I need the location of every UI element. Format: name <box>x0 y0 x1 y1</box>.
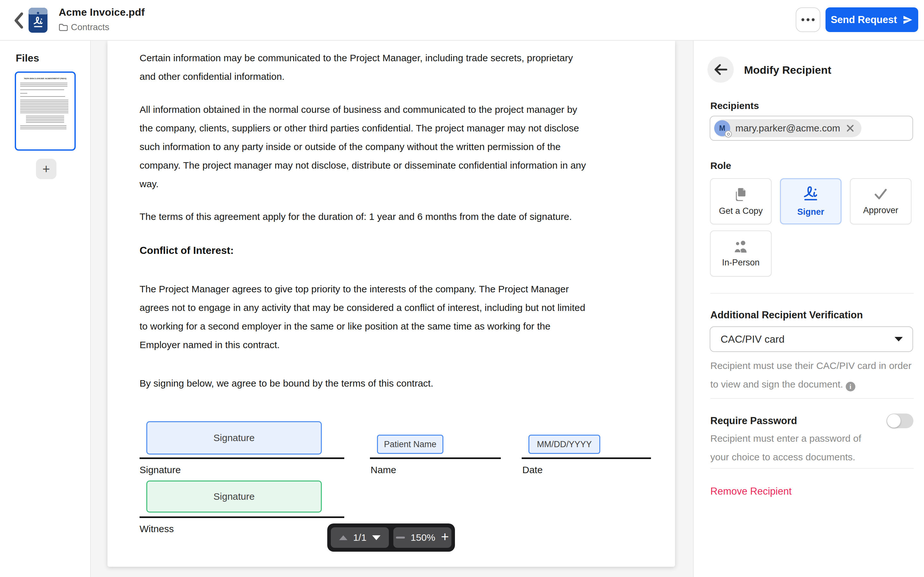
signature-field[interactable]: Signature <box>146 421 322 455</box>
text-line: way. <box>140 175 653 193</box>
thumbnail-text-lines <box>26 116 64 123</box>
date-field[interactable]: MM/DD/YYYY <box>528 435 600 454</box>
recipient-chip[interactable]: M mary.parker@acme.com <box>714 119 861 137</box>
paragraph: All information obtained in the normal c… <box>140 100 653 193</box>
send-request-label: Send Request <box>830 14 897 26</box>
zoom-out-button[interactable] <box>396 537 405 538</box>
dot-icon <box>801 18 804 21</box>
recipients-input[interactable]: M mary.parker@acme.com <box>710 116 913 141</box>
text-line: Recipient must enter a password of <box>710 429 861 448</box>
remove-recipient-link[interactable]: Remove Recipient <box>710 486 792 497</box>
zoom-in-button[interactable]: + <box>441 530 449 544</box>
paper-plane-icon <box>902 15 913 25</box>
zoom-controls: 150% + <box>393 527 451 548</box>
people-icon <box>732 240 749 253</box>
thumbnail-title: NON-DISCLOSURE AGREEMENT (NDA) <box>20 77 70 80</box>
dot-icon <box>806 18 809 21</box>
panel-title: Modify Recipient <box>744 64 831 76</box>
role-label-text: Get a Copy <box>719 206 763 216</box>
recipients-label: Recipients <box>710 100 759 111</box>
text-line: All information obtained in the normal c… <box>140 100 653 119</box>
document-viewer: Certain information may be communicated … <box>91 41 693 577</box>
copy-document-icon <box>733 187 748 201</box>
name-line <box>370 458 501 459</box>
remove-chip-button[interactable] <box>845 123 855 133</box>
witness-signature-field[interactable]: Signature <box>146 480 322 513</box>
document-title-block: Acme Invoice.pdf Contracts <box>59 6 145 32</box>
files-title: Files <box>16 52 39 64</box>
file-thumbnail[interactable]: NON-DISCLOSURE AGREEMENT (NDA) <box>15 71 76 151</box>
logo-dot <box>37 12 39 14</box>
text-line: the company, clients, suppliers or other… <box>140 119 653 137</box>
chevron-down-icon <box>895 337 903 342</box>
app-root: Acme Invoice.pdf Contracts Send Request … <box>0 0 924 577</box>
text-line: The Project Manager agrees to give top p… <box>140 280 653 298</box>
add-file-button[interactable]: + <box>36 159 57 179</box>
panel-back-button[interactable] <box>708 56 734 83</box>
logo-signature-glyph <box>33 15 44 29</box>
witness-line-label: Witness <box>140 524 174 534</box>
document-title: Acme Invoice.pdf <box>59 6 145 18</box>
role-approver[interactable]: Approver <box>850 178 911 224</box>
helper-line: Recipient must use their CAC/PIV card in… <box>710 360 911 371</box>
more-options-button[interactable] <box>796 7 821 32</box>
name-field[interactable]: Patient Name <box>377 435 443 454</box>
date-line-label: Date <box>522 464 543 475</box>
folder-icon <box>59 23 68 31</box>
thumbnail-text-lines <box>20 96 65 98</box>
back-button[interactable] <box>10 11 27 29</box>
signature-glyph-icon <box>803 186 819 203</box>
require-password-description: Recipient must enter a password ofyour c… <box>710 429 861 466</box>
page-controls: 1/1 150% + <box>327 524 455 552</box>
require-password-label: Require Password <box>710 415 797 427</box>
helper-line: to view and sign the document. <box>710 379 843 390</box>
text-line: and other confidential information. <box>140 67 653 86</box>
section-divider <box>710 293 914 293</box>
role-label-text: In-Person <box>722 258 759 268</box>
breadcrumb[interactable]: Contracts <box>59 22 145 32</box>
role-get-a-copy[interactable]: Get a Copy <box>710 178 772 224</box>
require-password-toggle[interactable] <box>887 414 913 428</box>
info-icon[interactable]: i <box>846 382 855 392</box>
send-request-button[interactable]: Send Request <box>825 7 918 32</box>
top-header: Acme Invoice.pdf Contracts Send Request <box>0 0 924 41</box>
checkmark-icon <box>873 187 888 201</box>
page-navigation: 1/1 <box>331 527 389 548</box>
witness-line <box>140 516 344 518</box>
page-up-button[interactable] <box>339 535 347 540</box>
text-line: company. The project manager may not dis… <box>140 156 653 175</box>
text-line: Employer named in this contract. <box>140 335 653 354</box>
paragraph: By signing below, we agree to be bound b… <box>140 374 653 393</box>
verification-label: Additional Recipient Verification <box>710 309 863 321</box>
page-down-button[interactable] <box>372 535 381 540</box>
pdf-page: Certain information may be communicated … <box>107 41 675 567</box>
section-divider <box>710 468 914 469</box>
thumbnail-text-lines <box>20 125 66 130</box>
role-in-person[interactable]: In-Person <box>710 230 772 277</box>
paragraph: The terms of this agreement apply for th… <box>140 207 653 226</box>
role-signer[interactable]: Signer <box>780 178 842 224</box>
verification-helper-text: Recipient must use their CAC/PIV card in… <box>710 356 911 394</box>
name-line-label: Name <box>371 464 396 475</box>
recipient-avatar: M <box>714 120 730 136</box>
section-divider <box>710 398 914 399</box>
chevron-left-icon <box>13 11 24 29</box>
text-line: agrees not to engage in any activity tha… <box>140 298 653 317</box>
signature-line <box>140 458 344 459</box>
thumbnail-text-lines <box>20 100 68 114</box>
role-label-text: Approver <box>863 205 898 215</box>
paragraph: The Project Manager agrees to give top p… <box>140 280 653 354</box>
role-label: Role <box>710 160 731 171</box>
toggle-knob <box>887 414 901 428</box>
text-line: By signing below, we agree to be bound b… <box>140 374 653 393</box>
files-sidebar: Files NON-DISCLOSURE AGREEMENT (NDA) + <box>0 41 91 577</box>
zoom-level: 150% <box>411 532 435 543</box>
role-label-text: Signer <box>797 207 824 217</box>
thumbnail-text-lines <box>20 93 27 94</box>
text-line: to working for a second employer in the … <box>140 317 653 335</box>
modify-recipient-panel: Modify Recipient Recipients M mary.parke… <box>693 41 924 577</box>
verification-select[interactable]: CAC/PIV card <box>710 326 913 352</box>
paragraph: Certain information may be communicated … <box>140 49 653 86</box>
app-logo-icon <box>29 8 47 33</box>
thumbnail-text-lines <box>20 83 67 87</box>
